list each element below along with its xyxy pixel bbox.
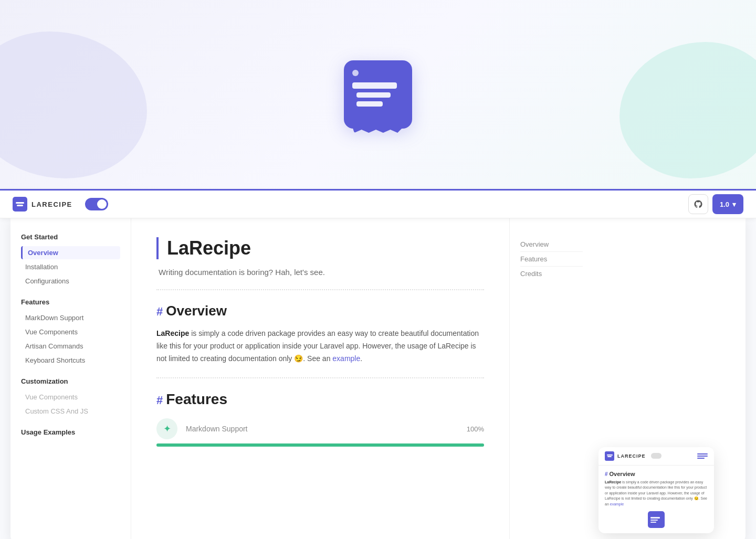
feature-row-markdown: ✦ Markdown Support 100% [156,418,484,439]
hero-section [0,0,756,189]
toc-panel: Overview Features Credits [509,218,593,539]
features-heading-text: Features [166,391,227,408]
mini-body-text: LaRecipe is simply a code driven package… [605,480,708,508]
sidebar-item-vue-components-custom[interactable]: Vue Components [21,390,120,404]
feature-label-markdown: Markdown Support [186,425,458,433]
feature-icon-glyph: ✦ [163,423,171,435]
mini-receipt-icon [648,511,665,528]
page-subtitle: Writing documentation is boring? Hah, le… [156,268,484,277]
overview-example-link[interactable]: example [332,354,360,363]
sidebar-item-overview[interactable]: Overview [21,246,120,259]
page-title: LaRecipe [156,237,484,259]
toc-item-features[interactable]: Features [520,252,583,267]
hero-logo-line-1 [352,82,397,89]
sidebar-item-markdown-support[interactable]: MarkDown Support [21,311,120,324]
feature-pct-markdown: 100% [467,425,484,433]
brand-text: LARECIPE [32,200,72,208]
mini-hash: # [605,471,608,477]
brand-icon [13,197,27,212]
main-content: LaRecipe Writing documentation is boring… [131,218,509,539]
progress-bar-fill [156,443,484,447]
mini-preview-card: LARECIPE # Overview LaRecipe is simply a… [598,447,714,534]
hero-logo-dot [352,70,359,76]
github-button[interactable] [688,194,708,214]
toc-item-overview[interactable]: Overview [520,237,583,252]
mini-menu-icon [697,452,708,460]
mini-preview-content: # Overview LaRecipe is simply a code dri… [598,466,714,534]
sidebar-item-configurations[interactable]: Configurations [21,274,120,288]
overview-hash: # [156,305,163,319]
mini-preview-header: LARECIPE [598,447,714,466]
hero-blob-right [620,42,756,178]
feature-icon-markdown: ✦ [156,418,177,439]
content-area-wrapper: LaRecipe Writing documentation is boring… [131,218,746,539]
navbar-brand: LARECIPE [13,197,108,212]
mini-example-link[interactable]: example [610,502,624,506]
divider-2 [156,377,484,378]
overview-body: LaRecipe is simply a code driven package… [156,327,484,365]
navbar: LARECIPE 1.0 ▾ [0,189,756,218]
mini-brand-text: LARECIPE [617,453,646,459]
divider-1 [156,289,484,290]
toc-item-credits[interactable]: Credits [520,267,583,281]
main-layout: Get Started Overview Installation Config… [10,218,746,539]
mini-toggle [651,453,662,459]
version-arrow-icon: ▾ [732,200,736,208]
sidebar-item-vue-components[interactable]: Vue Components [21,325,120,339]
larecipe-strong: LaRecipe [156,329,189,337]
sidebar-section-features: Features [21,298,120,306]
sidebar: Get Started Overview Installation Config… [10,218,131,539]
progress-bar-bg [156,443,484,447]
version-label: 1.0 [720,200,729,208]
hero-logo [344,60,412,129]
sidebar-section-get-started: Get Started [21,233,120,241]
hero-logo-line-2 [356,92,391,98]
hero-logo-line-3 [356,101,383,107]
mini-icon-block [605,511,708,528]
mini-logo [605,451,614,461]
overview-text-mid: is simply a code driven package provides… [156,329,479,363]
toggle-knob [97,199,107,209]
sidebar-item-custom-css-js[interactable]: Custom CSS And JS [21,405,120,418]
sidebar-section-usage-examples: Usage Examples [21,428,120,436]
features-heading: # Features [156,391,484,408]
mini-overview-text: Overview [610,471,635,477]
features-hash: # [156,394,163,407]
progress-container [156,443,484,447]
version-selector[interactable]: 1.0 ▾ [712,194,743,214]
sidebar-item-keyboard-shortcuts[interactable]: Keyboard Shortcuts [21,354,120,367]
overview-heading-text: Overview [166,303,227,319]
sidebar-item-installation[interactable]: Installation [21,260,120,273]
overview-heading: # Overview [156,303,484,319]
theme-toggle[interactable] [85,198,108,210]
mini-overview-heading: # Overview [605,471,708,477]
sidebar-section-customization: Customization [21,377,120,385]
sidebar-item-artisan-commands[interactable]: Artisan Commands [21,340,120,353]
mini-strong: LaRecipe [605,480,621,484]
hero-blob-left [0,31,147,178]
